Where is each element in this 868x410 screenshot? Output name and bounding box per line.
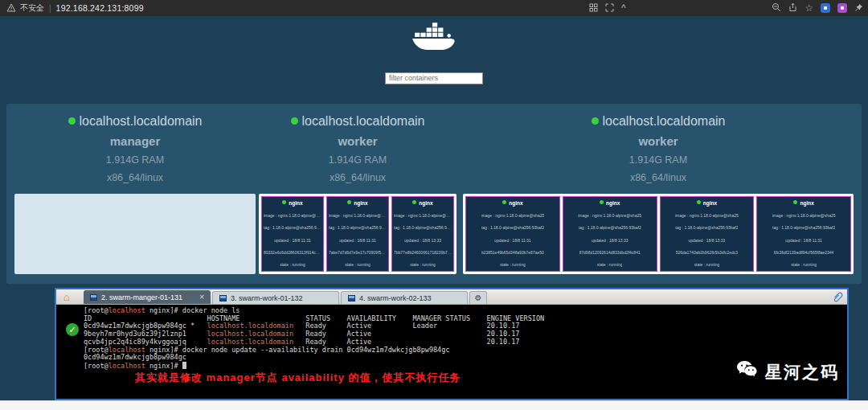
node-ram: 1.914G RAM — [463, 154, 854, 166]
container-image: image : nginx:1.18.0-alpine@sha25 — [772, 213, 836, 218]
node-name: localhost.localdomain — [259, 114, 457, 129]
terminal-output: [root@localhost nginx]# docker node lsID… — [84, 307, 844, 371]
bottom-strip — [0, 400, 868, 410]
node-platform: x86_64/linux — [463, 172, 854, 183]
watermark: 星河之码 — [736, 360, 839, 384]
container-tag: tag : 1.18.0-alpine@sha256:93baf2 — [329, 225, 387, 230]
node-status-dot-icon — [291, 117, 298, 125]
container-title: nginx — [697, 200, 717, 206]
tab-label: 4. swarm-work-02-133 — [359, 294, 432, 302]
container-updated: updated : 18/8 13:33 — [592, 238, 628, 243]
share-icon[interactable] — [788, 2, 797, 14]
security-label[interactable]: 不安全 — [20, 2, 44, 14]
fullscreen-icon[interactable] — [605, 3, 614, 14]
container-updated: updated : 18/8 11:31 — [274, 238, 311, 243]
container-status-dot-icon — [697, 200, 701, 204]
container-card: nginx image : nginx:1.18.0-alpine@sha25 … — [563, 196, 657, 272]
terminal-line: [root@localhost nginx]# — [84, 362, 844, 371]
home-icon[interactable]: ⌂ — [63, 291, 70, 303]
container-state: state : running — [791, 262, 817, 267]
session-icon — [90, 294, 97, 301]
terminal-line: [root@localhost nginx]# docker node upda… — [84, 346, 844, 355]
container-state: state : running — [345, 262, 371, 267]
container-state: state : running — [694, 262, 720, 267]
container-updated: updated : 18/8 13:33 — [688, 238, 725, 243]
container-state: state : running — [597, 262, 623, 267]
gear-icon[interactable]: ⚙ — [469, 291, 487, 304]
container-image: image : nginx:1.18.0-alpine@sha25 — [394, 213, 452, 218]
container-id: 80332e6c6dd28606313f914cbcb48 — [264, 250, 321, 255]
container-image: image : nginx:1.18.0-alpine@sha25 — [264, 213, 321, 218]
address-bar[interactable]: 192.168.242.131:8099 — [56, 3, 144, 13]
container-updated: updated : 18/8 13:33 — [404, 238, 441, 243]
container-updated: updated : 18/8 11:31 — [339, 238, 376, 243]
zoom-icon[interactable] — [772, 2, 781, 14]
container-title: nginx — [600, 200, 620, 206]
container-title: nginx — [502, 200, 522, 206]
docker-logo-icon — [0, 16, 868, 55]
container-list-empty — [14, 194, 256, 274]
container-title: nginx — [282, 200, 302, 206]
container-tag: tag : 1.18.0-alpine@sha256:93baf2 — [264, 225, 321, 230]
container-tag: tag : 1.18.0-alpine@sha256:93baf2 — [481, 225, 544, 230]
node-role: worker — [259, 134, 457, 148]
node-role: worker — [463, 134, 854, 148]
container-tag: tag : 1.18.0-alpine@sha256:93baf2 — [579, 225, 641, 230]
container-title: nginx — [347, 200, 367, 206]
container-updated: updated : 18/8 11:31 — [785, 238, 822, 243]
node-name: localhost.localdomain — [463, 114, 854, 129]
node-column-worker-2: localhost.localdomain worker 1.914G RAM … — [463, 114, 854, 274]
terminal-line: 0cd94wz1m7dwkcjgb8pw984gc — [84, 354, 844, 362]
wechat-icon — [736, 360, 759, 384]
node-role: manager — [14, 134, 256, 148]
extension-purple-icon[interactable] — [837, 3, 847, 13]
container-card: nginx image : nginx:1.18.0-alpine@sha25 … — [391, 196, 454, 272]
tab-label: 2. swarm-manger-01-131 — [101, 293, 182, 301]
container-id: 7abe7d7d6d7e9e17c70909f571aa4 — [329, 250, 387, 255]
container-status-dot-icon — [502, 200, 506, 204]
url-separator: | — [49, 4, 51, 13]
container-list: nginx image : nginx:1.18.0-alpine@sha25 … — [463, 194, 854, 274]
browser-topbar: 不安全 | 192.168.242.131:8099 ^ ☆ — [0, 0, 868, 16]
terminal-cursor — [182, 362, 186, 369]
container-list: nginx image : nginx:1.18.0-alpine@sha25 … — [259, 194, 457, 274]
container-id: 526da1743ab2b962fb5b3dfc2edc3 — [676, 250, 738, 255]
grid-icon[interactable] — [589, 3, 598, 14]
extension-blue-icon[interactable] — [821, 3, 830, 13]
bookmark-star-icon[interactable]: ☆ — [805, 3, 813, 13]
node-column-worker-1: localhost.localdomain worker 1.914G RAM … — [259, 114, 457, 274]
pin-icon[interactable] — [854, 3, 863, 14]
container-id: b23851e49b65d348a93b7e87ae50 — [481, 250, 544, 255]
container-image: image : nginx:1.18.0-alpine@sha25 — [329, 213, 387, 218]
container-tag: tag : 1.18.0-alpine@sha256:93baf2 — [394, 225, 452, 230]
session-icon — [348, 295, 355, 301]
container-image: image : nginx:1.18.0-alpine@sha25 — [481, 213, 545, 218]
container-card: nginx image : nginx:1.18.0-alpine@sha25 … — [326, 196, 389, 272]
container-status-dot-icon — [600, 200, 604, 204]
terminal-body[interactable]: [root@localhost nginx]# docker node lsID… — [56, 305, 847, 399]
close-icon[interactable]: × — [199, 293, 204, 301]
connected-check-icon: ✓ — [66, 323, 79, 336]
filter-containers-input[interactable] — [385, 72, 483, 84]
container-card: nginx image : nginx:1.18.0-alpine@sha25 … — [660, 196, 755, 272]
container-status-dot-icon — [282, 200, 286, 204]
container-state: state : running — [280, 262, 305, 267]
container-image: image : nginx:1.18.0-alpine@sha25 — [675, 213, 739, 218]
container-state: state : running — [410, 262, 436, 267]
terminal-tab-worker-2[interactable]: 4. swarm-work-02-133 — [341, 291, 468, 304]
terminal-tab-manager[interactable]: 2. swarm-manger-01-131 × — [84, 290, 211, 304]
collapse-chevron-icon[interactable]: ^ — [621, 3, 626, 13]
terminal-tab-worker-1[interactable]: 3. swarm-work-01-132 — [212, 291, 339, 304]
container-title: nginx — [412, 200, 432, 206]
container-card: nginx image : nginx:1.18.0-alpine@sha25 … — [465, 196, 560, 272]
watermark-text: 星河之码 — [765, 361, 839, 383]
container-status-dot-icon — [793, 200, 797, 204]
warning-icon — [6, 3, 16, 14]
node-ram: 1.914G RAM — [14, 154, 256, 166]
container-tag: tag : 1.18.0-alpine@sha256:93baf2 — [772, 225, 835, 230]
nodes-panel: localhost.localdomain manager 1.914G RAM… — [6, 104, 862, 284]
ssh-terminal-window: ⌂ 2. swarm-manger-01-131 × 3. swarm-work… — [55, 288, 849, 400]
container-image: image : nginx:1.18.0-alpine@sha25 — [578, 213, 641, 218]
tab-label: 3. swarm-work-01-132 — [231, 294, 303, 302]
container-updated: updated : 18/8 11:31 — [494, 238, 531, 243]
